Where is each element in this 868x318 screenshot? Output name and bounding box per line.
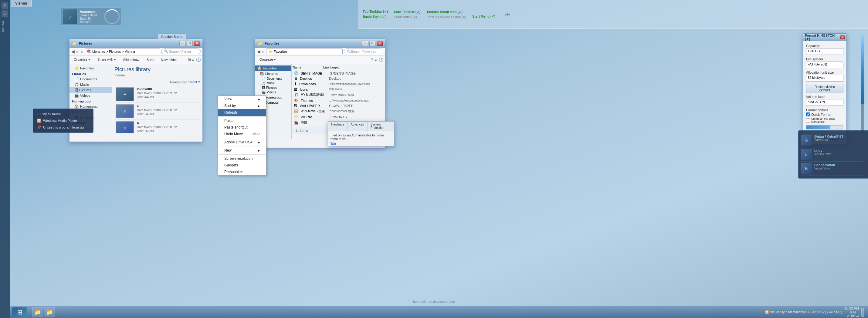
close-button[interactable]: ✕ [194, 41, 200, 46]
list-item[interactable]: 🎵 MY MUSIC(音乐) F:\MY MUSIC(音乐) [293, 92, 384, 98]
list-item[interactable]: 🪟 WINDOWS 7主题 E:\WINDOWS 7主题 [293, 109, 384, 114]
view-icons[interactable]: ⊞ ≡ [188, 58, 194, 62]
table-row[interactable]: 🖼 b Date taken: 2010/5/9 2:58 PM Size: 2… [115, 120, 200, 133]
maximize-button[interactable]: □ [187, 41, 193, 46]
format-titlebar[interactable]: Format KINGSTON (J:) ✕ [803, 34, 846, 41]
fav-search-box[interactable]: 🔍 Search Favorites [344, 48, 383, 54]
new-folder-btn[interactable]: New folder [158, 57, 179, 62]
jumplist-play-music[interactable]: ♪ Play all music [33, 111, 93, 117]
fav-tree-pictures[interactable]: 🖼Pictures [255, 85, 291, 90]
ctx-gadgets[interactable]: Gadgets [218, 162, 266, 169]
volume-field: Volume label KINGSTON [806, 95, 843, 106]
forward-button[interactable]: ▶ [76, 49, 79, 54]
help-icon[interactable]: ? [196, 58, 200, 62]
format-close-x[interactable]: ✕ [840, 35, 845, 39]
ctx-screen-res[interactable]: Screen resolution [218, 155, 266, 162]
ctx-new[interactable]: New▶ [218, 147, 266, 154]
explorer-titlebar[interactable]: 📁 Pictures ─ □ ✕ [69, 39, 203, 47]
jumplist-windows-player[interactable]: 🪟 Windows Media Player [33, 117, 93, 124]
list-item[interactable]: 🖼 Icons 图标 Icons [293, 87, 384, 92]
ctx-refresh[interactable]: Refresh [218, 109, 266, 116]
ctx-undo-move[interactable]: Undo MoveCtrl+Z [218, 131, 266, 137]
start-button[interactable]: ⊞ [12, 307, 27, 317]
fav-back-button[interactable]: ◀ [257, 49, 260, 54]
back-button[interactable]: ◀ [71, 49, 75, 54]
media-progress-ring [104, 9, 120, 24]
ctx-adobe[interactable]: Adobe Drive CS4▶ [218, 139, 266, 145]
list-item[interactable]: 🖼 WALLPAPER G:\WALLPAPER [293, 103, 384, 109]
favorites-titlebar[interactable]: 📁 Favorites ─ □ ✕ [255, 39, 385, 47]
table-row[interactable]: 🖼 a Date taken: 2010/5/9 2:58 PM Size: 2… [115, 103, 200, 120]
fav-tree-libraries[interactable]: 📚Libraries [255, 71, 291, 76]
ctx-paste[interactable]: Paste [218, 117, 266, 124]
sys-tab-advanced[interactable]: Advanced [347, 121, 367, 131]
file-info-3: b Date taken: 2010/5/9 2:58 PM Size: 265… [137, 121, 199, 133]
fav-forward-button[interactable]: ▶ [261, 49, 265, 54]
fav-tree-music[interactable]: 🎵Music [255, 81, 291, 85]
list-item[interactable]: 🎨 Themes C:\Windows\Resources\Themes [293, 98, 384, 103]
bottom-taskbar: ⊞ 📁 📁 🪟 Visual Style for Windows 7 / 32 … [10, 306, 868, 318]
search-box[interactable]: 🔍 Search Vienna [161, 48, 200, 54]
context-menu: View▶ Sort by▶ Refresh Paste Paste short… [218, 96, 267, 176]
list-item[interactable]: 🖥 Desktop Desktop [293, 76, 384, 81]
filesystem-input[interactable]: FAT (Default) [806, 62, 843, 68]
fav-tree-videos[interactable]: 🎬Videos [255, 90, 291, 95]
volume-input[interactable]: KINGSTON [806, 99, 843, 106]
create-dos-checkbox[interactable]: Create an MS-DOS startup disk [806, 117, 843, 123]
sys-tab-system-protection[interactable]: System Protection [368, 121, 394, 131]
fav-close-button[interactable]: ✕ [377, 41, 383, 46]
windows-logo-small: 🪟 [765, 310, 769, 314]
capacity-input[interactable]: 1.86 GB [806, 48, 843, 55]
windows-icon[interactable]: ⊞ [2, 2, 8, 9]
table-row[interactable]: 🏔 2560×800 Date taken: 2010/5/9 2:59 PM … [115, 86, 200, 103]
share-with-btn[interactable]: Share with ▾ [95, 57, 118, 62]
info-section-1: Top Taskbar (✓) Basic Style (✓) [363, 10, 388, 19]
ctx-sort[interactable]: Sort by▶ [218, 102, 266, 109]
fav-tree-root[interactable]: ⭐Favorites [255, 66, 291, 71]
list-item[interactable]: 🌐 BEN'S IMAGE G:\BEN'S IMAGE [293, 71, 384, 76]
sidebar-music[interactable]: 🎵Music [69, 82, 112, 87]
fav-help-icon[interactable]: ? [379, 58, 383, 62]
fav-item-name: Desktop [300, 77, 327, 80]
fav-item-name: Downloads [299, 82, 326, 86]
list-item[interactable]: 📁 WORKS G:\WORKS [293, 114, 384, 120]
media-icon[interactable]: ♪ [2, 10, 8, 17]
allocation-input[interactable]: 32 kilobytes [806, 75, 843, 81]
fav-address-path[interactable]: ⭐ Favorites [266, 48, 343, 54]
pinned-item-2[interactable]: 📁 [44, 307, 55, 317]
sidebar-videos[interactable]: 🎬Videos [69, 93, 112, 98]
sys-tab-hardware[interactable]: Hardware [328, 121, 347, 131]
sidebar-documents[interactable]: 📄Documents [69, 76, 112, 82]
burn-btn[interactable]: Burn [144, 57, 156, 62]
sidebar-pictures[interactable]: 🖼Pictures [69, 87, 112, 93]
album-art: ♪ [63, 9, 78, 24]
comment-user-1: Gnigu / Katsu3477 [814, 135, 843, 138]
ctx-paste-shortcut[interactable]: Paste shortcut [218, 124, 266, 131]
fav-view-icons[interactable]: ⊞ ≡ [371, 58, 377, 62]
organize-btn[interactable]: Organize ▾ [71, 57, 93, 62]
pinned-item-1[interactable]: 📁 [32, 307, 43, 317]
fav-organize-btn[interactable]: Organize ▾ [257, 57, 278, 62]
quick-format-checkbox[interactable]: Quick Format [806, 112, 843, 116]
address-path[interactable]: 📚 Libraries > Pictures > Vienna [85, 48, 160, 54]
ctx-personalize[interactable]: Personalize [218, 169, 266, 175]
restore-defaults-button[interactable]: Restore device defaults [806, 84, 843, 93]
minimize-button[interactable]: ─ [179, 41, 185, 46]
fav-maximize-button[interactable]: □ [369, 41, 375, 46]
avatar-2: L [801, 149, 812, 160]
ctx-view[interactable]: View▶ [218, 96, 266, 102]
quick-format-check-input[interactable] [806, 112, 810, 116]
show-desktop-button[interactable] [861, 308, 864, 317]
comment-info-2: Lrjoy 3DSinkTown [814, 149, 831, 160]
fav-minimize-button[interactable]: ─ [362, 41, 368, 46]
jumplist-unpin[interactable]: 📌 Unpin this program from tas [33, 124, 93, 131]
slideshow-btn[interactable]: Slide show [121, 57, 142, 62]
create-dos-check-input[interactable] [806, 118, 810, 122]
up-button[interactable]: ▲ [81, 50, 84, 53]
fav-tree-documents[interactable]: 📄Documents [255, 76, 291, 81]
arrange-value[interactable]: Folder ▾ [188, 80, 200, 84]
date-display: 星期一 [845, 310, 859, 314]
allocation-field: Allocation unit size 32 kilobytes [806, 71, 843, 81]
create-dos-label: Create an MS-DOS startup disk [811, 117, 843, 123]
list-item[interactable]: ⬇ Downloads C:\Users\benbackman\Download… [293, 81, 384, 87]
